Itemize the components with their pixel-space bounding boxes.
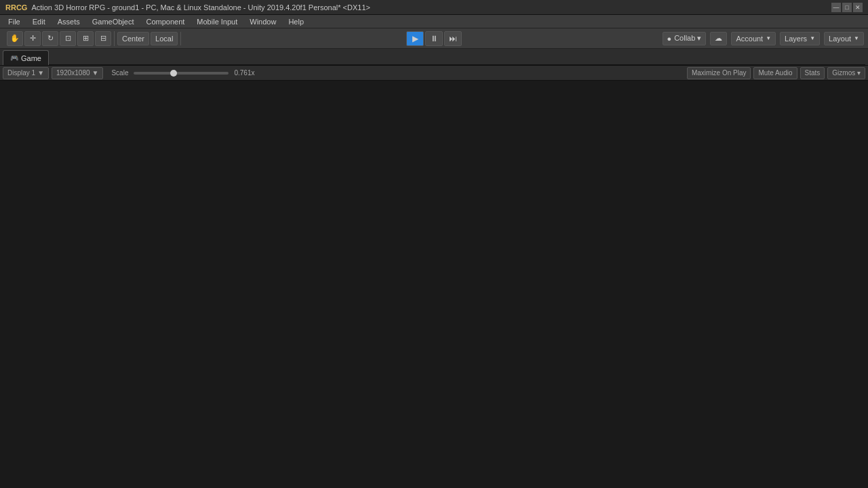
layout-arrow: ▼ [854, 35, 859, 41]
playback-controls: ▶ ⏸ ⏭ [406, 31, 462, 46]
menu-item-window[interactable]: Window [244, 16, 281, 27]
scale-value: 0.761x [234, 69, 254, 77]
mute-audio-button[interactable]: Mute Audio [753, 67, 797, 79]
resolution-arrow: ▼ [92, 69, 99, 77]
move-tool[interactable]: ✛ [24, 31, 41, 46]
menu-item-gameobject[interactable]: GameObject [87, 16, 140, 27]
menu-item-mobile-input[interactable]: Mobile Input [191, 16, 243, 27]
menu-item-file[interactable]: File [3, 16, 26, 27]
scale-thumb[interactable] [170, 70, 177, 77]
cloud-icon: ☁ [715, 34, 722, 43]
game-tab-label: Game [21, 54, 41, 62]
minimize-button[interactable]: — [831, 3, 841, 12]
game-tab[interactable]: 🎮 Game [3, 50, 49, 65]
game-toolbar: Display 1 ▼ 1920x1080 ▼ Scale 0.761x Max… [0, 66, 868, 81]
toolbar-right: ● Collab ▾ ☁ Account ▼ Layers ▼ Layout ▼ [663, 32, 864, 45]
gizmos-dropdown[interactable]: Gizmos ▾ [827, 67, 865, 79]
account-dropdown[interactable]: Account ▼ [731, 32, 776, 45]
collab-button[interactable]: ● Collab ▾ [663, 32, 707, 45]
display-label: Display 1 [7, 69, 35, 77]
title-text: Action 3D Horror RPG - ground1 - PC, Mac… [31, 3, 370, 12]
account-label: Account [736, 35, 763, 43]
rect-tool[interactable]: ⊞ [77, 31, 94, 46]
layers-label: Layers [785, 35, 807, 43]
rotate-tool[interactable]: ↻ [42, 31, 58, 46]
stats-button[interactable]: Stats [800, 67, 825, 79]
collab-icon: ● [667, 35, 672, 43]
toolbar: ✋ ✛ ↻ ⊡ ⊞ ⊟ Center Local ▶ ⏸ ⏭ ● Collab … [0, 28, 868, 49]
cloud-button[interactable]: ☁ [710, 32, 727, 45]
scale-tool[interactable]: ⊡ [60, 31, 76, 46]
menu-item-component[interactable]: Component [140, 16, 190, 27]
menu-bar: FileEditAssetsGameObjectComponentMobile … [0, 15, 868, 28]
step-button[interactable]: ⏭ [444, 31, 462, 46]
scale-label: Scale [111, 69, 128, 77]
scale-slider[interactable] [134, 72, 229, 75]
resolution-label: 1920x1080 [56, 69, 90, 77]
pivot-local-dropdown[interactable]: Local [151, 32, 178, 45]
layers-dropdown[interactable]: Layers ▼ [780, 32, 820, 45]
layers-arrow: ▼ [810, 35, 815, 41]
app-logo: RRCG [5, 3, 27, 12]
account-arrow: ▼ [766, 35, 771, 41]
pivot-local-label: Local [155, 35, 173, 43]
menu-item-assets[interactable]: Assets [52, 16, 85, 27]
maximize-on-play-button[interactable]: Maximize On Play [687, 67, 751, 79]
hand-tool[interactable]: ✋ [7, 31, 23, 46]
game-toolbar-right: Maximize On Play Mute Audio Stats Gizmos… [687, 67, 865, 79]
pivot-tools: Center Local [115, 32, 181, 45]
collab-label: Collab ▾ [674, 34, 701, 43]
pivot-center-label: Center [122, 35, 144, 43]
pause-button[interactable]: ⏸ [425, 31, 443, 46]
maximize-button[interactable]: □ [842, 3, 852, 12]
menu-item-help[interactable]: Help [283, 16, 309, 27]
display-arrow: ▼ [37, 69, 44, 77]
close-button[interactable]: ✕ [853, 3, 863, 12]
tab-bar: 🎮 Game [0, 49, 868, 66]
pivot-center-dropdown[interactable]: Center [117, 32, 149, 45]
play-button[interactable]: ▶ [406, 31, 424, 46]
transform-tools: ✋ ✛ ↻ ⊡ ⊞ ⊟ [4, 31, 115, 46]
window-controls: — □ ✕ [831, 3, 863, 12]
title-bar: RRCG Action 3D Horror RPG - ground1 - PC… [0, 0, 868, 15]
layout-label: Layout [829, 35, 851, 43]
layout-dropdown[interactable]: Layout ▼ [824, 32, 864, 45]
resolution-dropdown[interactable]: 1920x1080 ▼ [52, 67, 103, 79]
transform-tool[interactable]: ⊟ [95, 31, 111, 46]
title-bar-left: RRCG Action 3D Horror RPG - ground1 - PC… [5, 3, 370, 12]
display-dropdown[interactable]: Display 1 ▼ [3, 67, 49, 79]
game-tab-icon: 🎮 [10, 54, 18, 62]
menu-item-edit[interactable]: Edit [27, 16, 51, 27]
